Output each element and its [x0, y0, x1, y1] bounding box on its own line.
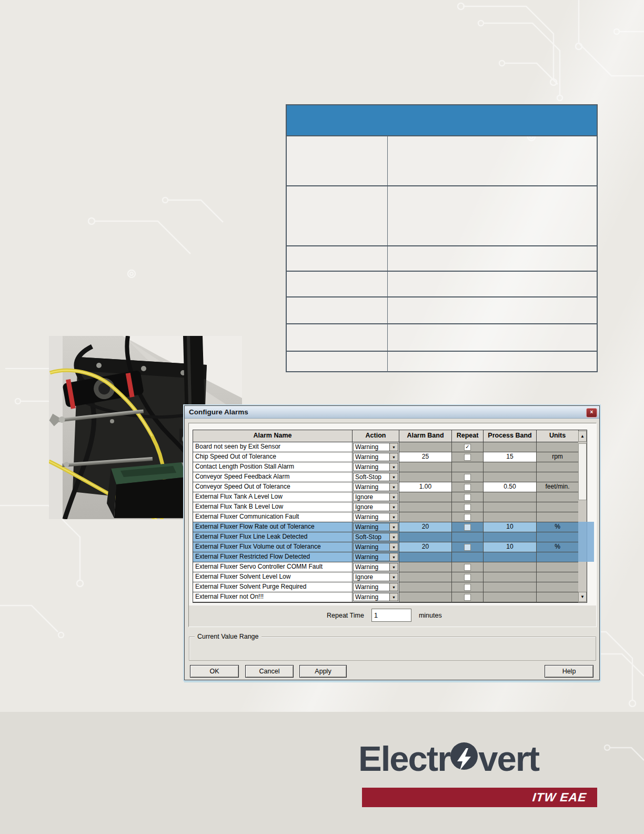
units-cell[interactable] [537, 462, 579, 472]
action-combo-field[interactable]: Ignore▼ [353, 573, 398, 581]
repeat-checkbox[interactable] [464, 484, 471, 491]
alarm-band-cell[interactable] [399, 462, 452, 472]
dropdown-arrow-icon[interactable]: ▼ [389, 473, 398, 481]
alarm-band-cell[interactable]: 25 [399, 452, 452, 462]
column-header[interactable]: Alarm Name [193, 430, 353, 442]
repeat-checkbox[interactable] [464, 574, 471, 581]
alarm-row[interactable]: External Fluxer Servo Controller COMM Fa… [193, 562, 587, 572]
repeat-checkbox[interactable] [464, 594, 471, 601]
action-combo-field[interactable]: Warning▼ [353, 593, 398, 601]
repeat-cell[interactable] [452, 582, 484, 592]
alarm-row[interactable]: External Fluxer Restricted Flow Detected… [193, 552, 587, 562]
dropdown-arrow-icon[interactable]: ▼ [389, 503, 398, 511]
units-cell[interactable]: % [537, 542, 579, 552]
alarm-name-cell[interactable]: External Fluxer not On!!! [193, 592, 353, 602]
action-dropdown[interactable]: Warning▼ [353, 512, 399, 522]
dropdown-arrow-icon[interactable]: ▼ [389, 563, 398, 571]
repeat-cell[interactable] [452, 492, 484, 502]
repeat-time-input[interactable] [371, 609, 411, 622]
alarm-row[interactable]: External Fluxer Flow Rate out of Toleran… [193, 522, 587, 532]
dropdown-arrow-icon[interactable]: ▼ [389, 483, 398, 491]
column-header[interactable]: Units [537, 430, 579, 442]
process-band-cell[interactable] [484, 472, 537, 482]
repeat-cell[interactable] [452, 482, 484, 492]
alarm-name-cell[interactable]: External Fluxer Solvent Level Low [193, 572, 353, 582]
units-cell[interactable] [537, 492, 579, 502]
alarm-row[interactable]: Contact Length Position Stall AlarmWarni… [193, 462, 587, 472]
units-cell[interactable] [537, 442, 579, 452]
alarm-name-cell[interactable]: External Flux Tank A Level Low [193, 492, 353, 502]
scroll-up-icon[interactable]: ▲ [578, 431, 587, 442]
process-band-cell[interactable] [484, 592, 537, 602]
dropdown-arrow-icon[interactable]: ▼ [389, 583, 398, 591]
action-dropdown[interactable]: Warning▼ [353, 452, 399, 462]
alarm-table-scrollbar[interactable]: ▲ ▼ [578, 431, 587, 602]
repeat-cell[interactable] [452, 502, 484, 512]
repeat-cell[interactable] [452, 572, 484, 582]
repeat-checkbox[interactable] [464, 584, 471, 591]
alarm-row[interactable]: External Fluxer Solvent Purge RequiredWa… [193, 582, 587, 592]
units-cell[interactable] [537, 592, 579, 602]
dialog-titlebar[interactable]: Configure Alarms [185, 406, 599, 419]
action-combo-field[interactable]: Soft-Stop▼ [353, 473, 398, 481]
alarm-name-cell[interactable]: External Fluxer Flux Volume out of Toler… [193, 542, 353, 552]
action-combo-field[interactable]: Warning▼ [353, 583, 398, 591]
alarm-band-cell[interactable] [399, 512, 452, 522]
alarm-name-cell[interactable]: External Fluxer Solvent Purge Required [193, 582, 353, 592]
repeat-cell[interactable] [452, 512, 484, 522]
action-combo-field[interactable]: Warning▼ [353, 523, 398, 531]
process-band-cell[interactable] [484, 532, 537, 542]
alarm-row[interactable]: External Fluxer Flux Volume out of Toler… [193, 542, 587, 552]
process-band-cell[interactable] [484, 492, 537, 502]
action-dropdown[interactable]: Warning▼ [353, 592, 399, 602]
process-band-cell[interactable] [484, 462, 537, 472]
alarm-name-cell[interactable]: Conveyor Speed Feedback Alarm [193, 472, 353, 482]
dropdown-arrow-icon[interactable]: ▼ [389, 523, 398, 531]
alarm-row[interactable]: External Flux Tank B Level LowIgnore▼ [193, 502, 587, 512]
alarm-row[interactable]: External Fluxer not On!!!Warning▼ [193, 592, 587, 602]
units-cell[interactable] [537, 552, 579, 562]
process-band-cell[interactable] [484, 582, 537, 592]
alarm-name-cell[interactable]: Conveyor Speed Out of Tolerance [193, 482, 353, 492]
process-band-cell[interactable] [484, 502, 537, 512]
dropdown-arrow-icon[interactable]: ▼ [389, 463, 398, 471]
alarm-band-cell[interactable] [399, 502, 452, 512]
cancel-button[interactable]: Cancel [245, 665, 294, 678]
units-cell[interactable] [537, 572, 579, 582]
action-combo-field[interactable]: Warning▼ [353, 443, 398, 451]
dropdown-arrow-icon[interactable]: ▼ [389, 593, 398, 601]
repeat-cell[interactable] [452, 522, 484, 532]
repeat-cell[interactable]: ✓ [452, 442, 484, 452]
process-band-cell[interactable]: 15 [484, 452, 537, 462]
units-cell[interactable]: feet/min. [537, 482, 579, 492]
repeat-checkbox[interactable] [464, 474, 471, 481]
alarm-row[interactable]: Conveyor Speed Feedback AlarmSoft-Stop▼ [193, 472, 587, 482]
action-combo-field[interactable]: Warning▼ [353, 483, 398, 491]
repeat-cell[interactable] [452, 452, 484, 462]
action-dropdown[interactable]: Warning▼ [353, 522, 399, 532]
repeat-checkbox[interactable] [464, 564, 471, 571]
close-icon[interactable]: × [586, 408, 597, 418]
alarm-band-cell[interactable] [399, 472, 452, 482]
alarm-row[interactable]: Conveyor Speed Out of ToleranceWarning▼1… [193, 482, 587, 492]
process-band-cell[interactable]: 10 [484, 522, 537, 532]
alarm-row[interactable]: Chip Speed Out of ToleranceWarning▼2515r… [193, 452, 587, 462]
action-dropdown[interactable]: Warning▼ [353, 582, 399, 592]
action-dropdown[interactable]: Soft-Stop▼ [353, 532, 399, 542]
repeat-cell[interactable] [452, 532, 484, 542]
process-band-cell[interactable] [484, 552, 537, 562]
action-dropdown[interactable]: Warning▼ [353, 542, 399, 552]
alarm-band-cell[interactable] [399, 592, 452, 602]
process-band-cell[interactable] [484, 572, 537, 582]
units-cell[interactable] [537, 502, 579, 512]
process-band-cell[interactable] [484, 442, 537, 452]
repeat-checkbox[interactable] [464, 494, 471, 501]
alarm-name-cell[interactable]: External Fluxer Flux Line Leak Detected [193, 532, 353, 542]
repeat-checkbox[interactable] [464, 504, 471, 511]
alarm-name-cell[interactable]: Chip Speed Out of Tolerance [193, 452, 353, 462]
repeat-cell[interactable] [452, 542, 484, 552]
alarm-band-cell[interactable]: 1.00 [399, 482, 452, 492]
dropdown-arrow-icon[interactable]: ▼ [389, 543, 398, 551]
alarm-row[interactable]: External Flux Tank A Level LowIgnore▼ [193, 492, 587, 502]
units-cell[interactable] [537, 472, 579, 482]
